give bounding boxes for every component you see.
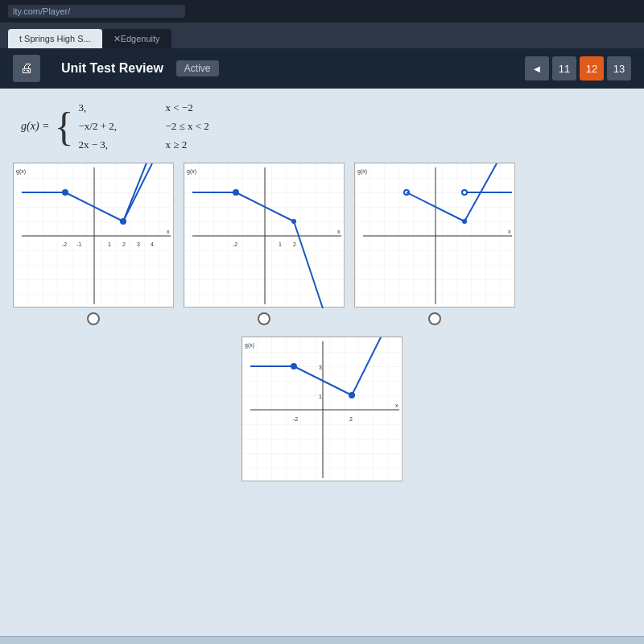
svg-text:2: 2 <box>293 242 296 247</box>
graph-c-radio-container <box>354 312 515 328</box>
svg-text:2: 2 <box>122 242 126 247</box>
svg-point-55 <box>349 393 354 398</box>
case-2: −x/2 + 2, −2 ≤ x < 2 <box>79 118 209 135</box>
graphs-row-bottom: g(x) x -2 2 <box>13 336 631 486</box>
case-1: 3, x < −2 <box>79 100 209 117</box>
case1-cond: x < −2 <box>166 100 193 117</box>
tab-edgenuity[interactable]: ✕ Edgenuity <box>102 29 171 48</box>
svg-text:1: 1 <box>108 242 111 247</box>
graph-b-container: g(x) x -2 1 2 <box>184 163 345 308</box>
graph-b-radio[interactable] <box>258 312 270 325</box>
tab-springs[interactable]: t Springs High S... <box>8 29 102 48</box>
brace-icon: { <box>55 106 74 147</box>
graph-a-svg: g(x) x -2 -1 1 2 3 4 <box>14 163 175 308</box>
graph-a-container: g(x) x -2 -1 1 2 3 4 <box>13 163 174 308</box>
browser-tabs: t Springs High S... ✕ Edgenuity <box>0 23 644 48</box>
graph-b-radio-container <box>184 312 345 328</box>
svg-text:-2: -2 <box>293 416 298 422</box>
graph-d-svg: g(x) x -2 2 <box>242 337 403 482</box>
svg-text:-2: -2 <box>233 242 237 247</box>
svg-text:g(x): g(x) <box>187 168 196 175</box>
svg-point-18 <box>121 219 126 224</box>
case2-expr: −x/2 + 2, <box>79 118 151 135</box>
nav-12-button[interactable]: 12 <box>580 56 604 80</box>
nav-prev-button[interactable]: ◄ <box>525 56 549 80</box>
svg-text:1: 1 <box>279 242 282 247</box>
function-label: g(x) = <box>21 118 50 135</box>
svg-text:4: 4 <box>151 242 154 247</box>
address-bar[interactable] <box>8 5 185 18</box>
svg-text:g(x): g(x) <box>16 168 26 175</box>
graph-c-svg: g(x) x <box>355 163 516 308</box>
graph-option-a: g(x) x -2 -1 1 2 3 4 <box>13 163 174 328</box>
svg-text:3: 3 <box>137 242 140 247</box>
browser-chrome: t Springs High S... ✕ Edgenuity <box>0 0 644 48</box>
svg-text:1: 1 <box>319 394 322 399</box>
svg-text:x: x <box>167 229 170 234</box>
svg-text:3: 3 <box>319 365 322 370</box>
nav-11-button[interactable]: 11 <box>552 56 576 80</box>
piecewise-cases: 3, x < −2 −x/2 + 2, −2 ≤ x < 2 2x − 3, x… <box>79 100 209 153</box>
svg-text:g(x): g(x) <box>245 342 254 349</box>
graph-c-radio[interactable] <box>428 312 441 325</box>
svg-text:-2: -2 <box>62 242 67 247</box>
print-button[interactable]: 🖨 <box>13 55 40 82</box>
nav-controls: ◄ 11 12 13 <box>525 56 631 80</box>
svg-point-40 <box>462 190 467 195</box>
svg-text:x: x <box>395 402 398 408</box>
browser-topbar <box>0 0 644 23</box>
svg-text:2: 2 <box>349 416 353 422</box>
graph-option-b: g(x) x -2 1 2 <box>184 163 345 328</box>
graph-c-container: g(x) x <box>354 163 515 308</box>
graph-option-d: g(x) x -2 2 <box>242 336 402 486</box>
graph-a-radio-container <box>13 312 174 328</box>
svg-point-30 <box>233 190 238 195</box>
function-definition: g(x) = { 3, x < −2 −x/2 + 2, −2 ≤ x < 2 … <box>13 100 631 153</box>
graphs-row-top: g(x) x -2 -1 1 2 3 4 <box>13 163 631 328</box>
svg-point-14 <box>63 190 68 195</box>
main-content: g(x) = { 3, x < −2 −x/2 + 2, −2 ≤ x < 2 … <box>0 89 644 636</box>
page-title: Unit Test Review <box>61 61 163 76</box>
tab-springs-label: t Springs High S... <box>19 34 91 43</box>
svg-text:x: x <box>337 229 341 234</box>
case2-cond: −2 ≤ x < 2 <box>166 118 209 135</box>
graph-a-radio[interactable] <box>87 312 100 325</box>
case3-expr: 2x − 3, <box>79 137 151 154</box>
tab-edgenuity-label: Edgenuity <box>121 34 160 43</box>
svg-text:-1: -1 <box>76 242 81 247</box>
graph-option-c: g(x) x <box>354 163 515 328</box>
footer: Mark this and return Save and Exit Next … <box>0 636 644 644</box>
graph-d-container: g(x) x -2 2 <box>242 336 402 481</box>
status-badge: Active <box>176 60 219 76</box>
graph-b-svg: g(x) x -2 1 2 <box>184 163 345 308</box>
svg-point-43 <box>462 219 467 224</box>
svg-text:g(x): g(x) <box>357 168 367 175</box>
header-bar: 🖨 Unit Test Review Active ◄ 11 12 13 <box>0 48 644 89</box>
close-icon: ✕ <box>114 34 121 44</box>
nav-13-button[interactable]: 13 <box>607 56 631 80</box>
case3-cond: x ≥ 2 <box>166 137 188 154</box>
svg-text:x: x <box>508 229 511 234</box>
svg-point-32 <box>291 219 296 224</box>
case-3: 2x − 3, x ≥ 2 <box>79 137 209 154</box>
case1-expr: 3, <box>79 100 151 117</box>
